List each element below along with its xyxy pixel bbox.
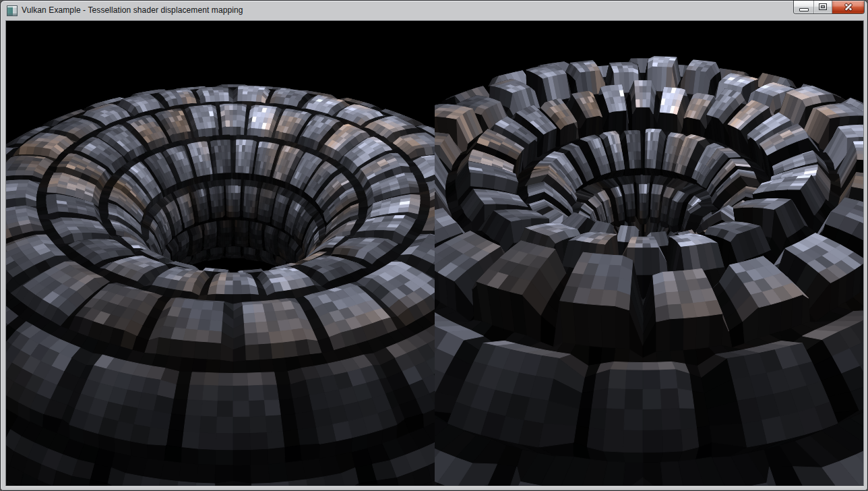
maximize-icon (819, 3, 827, 10)
minimize-icon (799, 8, 809, 11)
close-icon (844, 3, 853, 11)
window-controls (793, 1, 865, 14)
maximize-button[interactable] (813, 1, 832, 13)
window-title: Vulkan Example - Tessellation shader dis… (22, 5, 243, 15)
minimize-button[interactable] (794, 1, 813, 13)
titlebar[interactable]: Vulkan Example - Tessellation shader dis… (1, 1, 867, 20)
render-viewport (5, 20, 864, 486)
app-icon (7, 5, 18, 16)
close-button[interactable] (832, 1, 864, 13)
app-window: Vulkan Example - Tessellation shader dis… (0, 0, 868, 491)
vulkan-render-canvas[interactable] (6, 21, 863, 486)
